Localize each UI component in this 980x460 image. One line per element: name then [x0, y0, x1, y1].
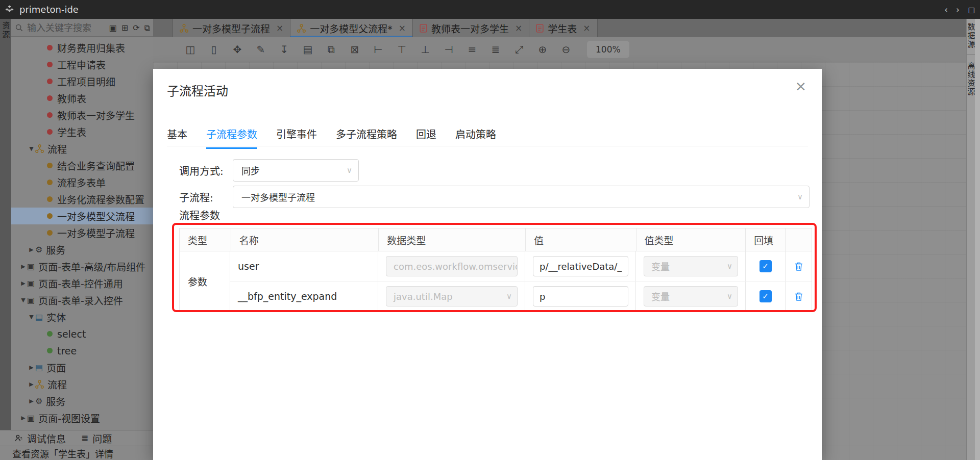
chevron-down-icon[interactable]: ▼ — [19, 297, 27, 303]
chevron-right-icon[interactable]: ▶ — [19, 415, 27, 421]
tab-debug-info[interactable]: 调试信息 — [14, 431, 66, 445]
chevron-down-icon[interactable]: ▼ — [28, 145, 35, 152]
tree-item[interactable]: 学生表 — [11, 123, 153, 140]
tab-close-icon[interactable]: × — [399, 23, 406, 33]
dialog-tab-5[interactable]: 回退 — [416, 123, 436, 149]
chevron-right-icon[interactable]: ▶ — [28, 381, 35, 388]
panel-tab-datasource[interactable]: 数据源 — [967, 19, 975, 55]
fit-screen-icon[interactable]: ⤢ — [513, 43, 525, 56]
chevron-right-icon[interactable]: ▶ — [28, 398, 35, 404]
new-folder-icon[interactable]: ⊞ — [121, 23, 128, 33]
zoom-level-button[interactable]: 100% — [587, 41, 629, 58]
subprocess-select[interactable]: 一对多模型子流程 ∨ — [233, 186, 810, 208]
actions-cell — [786, 251, 812, 281]
tree-item[interactable]: 教师表一对多学生 — [11, 107, 153, 123]
tree-item[interactable]: 一对多模型子流程 — [11, 224, 153, 241]
editor-tab-3[interactable]: 教师表一对多学生× — [413, 19, 529, 37]
activity-bar-resources[interactable]: 资源 — [0, 19, 11, 430]
tree-item[interactable]: 结合业务查询配置 — [11, 157, 153, 174]
align-left-icon[interactable]: ⊢ — [373, 43, 384, 56]
tree-item[interactable]: 业务化流程参数配置 — [11, 191, 153, 208]
tree-item[interactable]: tree — [11, 342, 153, 359]
hand-icon[interactable]: ✥ — [232, 43, 243, 56]
tree-item-label: 一对多模型父流程 — [57, 209, 135, 223]
back-icon[interactable]: ‹ — [944, 5, 948, 15]
dialog-tab-3[interactable]: 引擎事件 — [276, 123, 317, 149]
title-bar: primeton-ide ‹ › ◻ — [0, 0, 980, 19]
package-icon: ▣ — [27, 295, 35, 305]
column-header: 名称 — [231, 228, 379, 251]
chevron-down-icon[interactable]: ▼ — [28, 314, 35, 320]
value-type-select-disabled: 变量∨ — [644, 256, 738, 276]
chevron-right-icon[interactable]: ▶ — [28, 246, 35, 253]
tree-item[interactable]: 工程申请表 — [11, 56, 153, 73]
tree-item-label: 页面 — [46, 361, 66, 374]
dialog-tab-1[interactable]: 基本 — [167, 123, 187, 149]
call-mode-select[interactable]: 同步 ∨ — [233, 159, 359, 182]
tree-item[interactable]: ▼▣页面-表单-录入控件 — [11, 292, 153, 309]
actions-cell — [786, 282, 812, 311]
tree-item[interactable]: ▶⚙服务 — [11, 393, 153, 410]
duplicate-icon[interactable]: ⧉ — [326, 43, 337, 56]
tree-item[interactable]: ▼▤实体 — [11, 309, 153, 325]
download-icon[interactable]: ↧ — [279, 43, 290, 56]
editor-tab-2[interactable]: 一对多模型父流程*× — [290, 19, 413, 37]
copy-icon[interactable]: ◫ — [185, 43, 196, 56]
value-input[interactable] — [533, 256, 628, 276]
zoom-out-icon[interactable]: ⊖ — [560, 43, 572, 56]
tree-item[interactable]: ▶流程 — [11, 376, 153, 393]
align-bottom-icon[interactable]: ⊥ — [420, 43, 431, 56]
tree-item[interactable]: 财务费用归集表 — [11, 39, 153, 56]
distribute-icon[interactable]: ≣ — [490, 43, 501, 56]
tab-close-icon[interactable]: × — [276, 23, 283, 33]
edit-icon[interactable]: ✎ — [255, 43, 266, 56]
right-edge-scrollbar[interactable] — [975, 19, 980, 460]
tree-item[interactable]: 一对多模型父流程 — [11, 208, 153, 224]
dialog-tab-4[interactable]: 多子流程策略 — [336, 123, 397, 149]
backfill-checkbox-checked[interactable]: ✓ — [760, 290, 772, 302]
editor-tab-1[interactable]: 一对多模型子流程× — [173, 19, 290, 37]
panel-tab-offline-resources[interactable]: 离线资源 — [967, 55, 975, 101]
duplicate-icon[interactable]: ⧉ — [144, 23, 150, 33]
chevron-right-icon[interactable]: ▶ — [19, 280, 27, 287]
tree-item[interactable]: ▶▣页面-表单-控件通用 — [11, 275, 153, 292]
align-right-icon[interactable]: ⊣ — [443, 43, 454, 56]
tab-close-icon[interactable]: × — [583, 23, 590, 33]
chevron-right-icon[interactable]: ▶ — [19, 263, 27, 270]
align-top-icon[interactable]: ⊤ — [396, 43, 407, 56]
value-input[interactable] — [533, 286, 628, 306]
tab-debug-info-label: 调试信息 — [27, 431, 66, 445]
tree-item[interactable]: ▶▣页面-视图设置 — [11, 410, 153, 426]
dialog-tab-2[interactable]: 子流程参数 — [206, 123, 257, 149]
flow-icon — [35, 144, 44, 153]
close-icon[interactable]: × — [795, 79, 806, 93]
tab-close-icon[interactable]: × — [515, 23, 522, 33]
search-input[interactable] — [26, 22, 94, 34]
delete-icon[interactable]: ⊠ — [349, 43, 360, 56]
editor-tab-4[interactable]: 学生表× — [529, 19, 597, 37]
file-icon[interactable]: ▤ — [302, 43, 313, 56]
window-restore-icon[interactable]: ◻ — [968, 5, 975, 15]
refresh-icon[interactable]: ⟳ — [133, 23, 139, 33]
tree-item[interactable]: ▼流程 — [11, 140, 153, 157]
tab-problems[interactable]: ≣ 问题 — [81, 431, 112, 445]
dialog-tab-6[interactable]: 启动策略 — [455, 123, 496, 149]
tree-item[interactable]: 流程多表单 — [11, 174, 153, 191]
tree-item[interactable]: 教师表 — [11, 90, 153, 107]
tree-item[interactable]: 工程项目明细 — [11, 73, 153, 90]
delete-row-icon[interactable] — [794, 291, 804, 302]
tree-item-label: 流程多表单 — [57, 175, 106, 189]
tree-item[interactable]: select — [11, 325, 153, 342]
tree-item[interactable]: ▶▤页面 — [11, 359, 153, 376]
import-icon[interactable]: ▣ — [109, 23, 117, 33]
chevron-right-icon[interactable]: ▶ — [28, 364, 35, 371]
clipboard-icon[interactable]: ▯ — [208, 43, 219, 56]
tree-item[interactable]: ▶⚙服务 — [11, 241, 153, 258]
delete-row-icon[interactable] — [794, 261, 804, 272]
tree-item[interactable]: ▶▣页面-表单-高级/布局组件 — [11, 258, 153, 275]
backfill-checkbox-checked[interactable]: ✓ — [760, 260, 772, 272]
value-cell — [525, 251, 636, 281]
align-center-icon[interactable]: ≡ — [467, 43, 478, 56]
zoom-in-icon[interactable]: ⊕ — [537, 43, 548, 56]
forward-icon[interactable]: › — [956, 5, 960, 15]
